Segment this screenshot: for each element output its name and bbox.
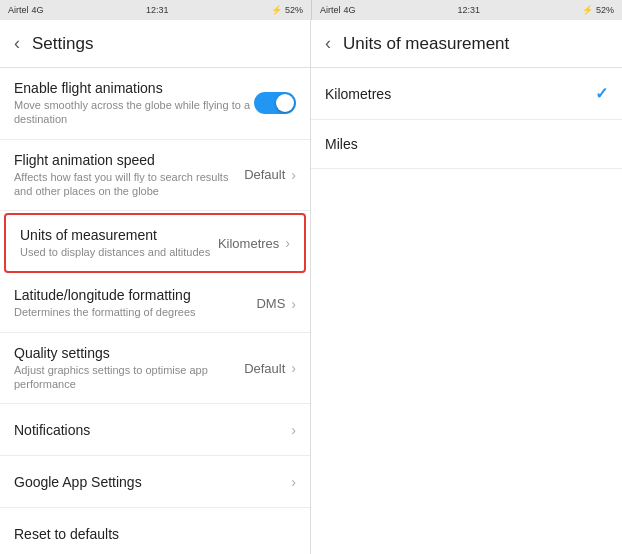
settings-title: Settings xyxy=(32,34,93,54)
units-back-button[interactable]: ‹ xyxy=(325,33,331,54)
settings-item-flight-animations[interactable]: Enable flight animationsMove smoothly ac… xyxy=(0,68,310,140)
settings-item-quality-settings[interactable]: Quality settingsAdjust graphics settings… xyxy=(0,333,310,405)
settings-item-subtitle-lat-long: Determines the formatting of degrees xyxy=(14,305,256,319)
settings-list: Enable flight animationsMove smoothly ac… xyxy=(0,68,310,554)
settings-item-google-app-settings[interactable]: Google App Settings› xyxy=(0,456,310,508)
settings-item-right-google-app-settings: › xyxy=(291,474,296,490)
settings-item-right-quality-settings: Default› xyxy=(244,360,296,376)
settings-item-left-quality-settings: Quality settingsAdjust graphics settings… xyxy=(14,345,244,392)
right-battery: ⚡ 52% xyxy=(582,5,614,15)
left-carrier-info: Airtel 4G xyxy=(8,5,44,15)
settings-item-subtitle-flight-animations: Move smoothly across the globe while fly… xyxy=(14,98,254,127)
units-panel: ‹ Units of measurement Kilometres✓Miles xyxy=(311,20,622,554)
settings-item-title-google-app-settings: Google App Settings xyxy=(14,474,291,490)
right-battery-icon: ⚡ xyxy=(582,5,593,15)
settings-item-right-notifications: › xyxy=(291,422,296,438)
settings-item-subtitle-units-measurement: Used to display distances and altitudes xyxy=(20,245,218,259)
settings-item-left-flight-animations: Enable flight animationsMove smoothly ac… xyxy=(14,80,254,127)
toggle-flight-animations[interactable] xyxy=(254,92,296,114)
measurement-list: Kilometres✓Miles xyxy=(311,68,622,554)
measurement-label-miles: Miles xyxy=(325,136,358,152)
settings-item-notifications[interactable]: Notifications› xyxy=(0,404,310,456)
settings-item-right-flight-animations xyxy=(254,92,296,114)
chevron-icon-quality-settings: › xyxy=(291,360,296,376)
measurement-item-miles[interactable]: Miles xyxy=(311,120,622,169)
settings-back-button[interactable]: ‹ xyxy=(14,33,20,54)
measurement-item-kilometres[interactable]: Kilometres✓ xyxy=(311,68,622,120)
check-icon-kilometres: ✓ xyxy=(595,84,608,103)
settings-item-title-flight-animations: Enable flight animations xyxy=(14,80,254,96)
settings-item-title-reset-defaults: Reset to defaults xyxy=(14,526,296,542)
units-title: Units of measurement xyxy=(343,34,509,54)
measurement-label-kilometres: Kilometres xyxy=(325,86,391,102)
settings-item-title-lat-long: Latitude/longitude formatting xyxy=(14,287,256,303)
settings-item-right-animation-speed: Default› xyxy=(244,167,296,183)
right-carrier: Airtel xyxy=(320,5,341,15)
status-bars: Airtel 4G 12:31 ⚡ 52% Airtel 4G 12:31 ⚡ … xyxy=(0,0,622,20)
settings-header: ‹ Settings xyxy=(0,20,310,68)
settings-item-right-lat-long: DMS› xyxy=(256,296,296,312)
chevron-icon-notifications: › xyxy=(291,422,296,438)
settings-item-left-google-app-settings: Google App Settings xyxy=(14,474,291,490)
settings-item-value-lat-long: DMS xyxy=(256,296,285,311)
settings-item-title-animation-speed: Flight animation speed xyxy=(14,152,244,168)
settings-item-right-units-measurement: Kilometres› xyxy=(218,235,290,251)
main-panels: ‹ Settings Enable flight animationsMove … xyxy=(0,20,622,554)
settings-item-lat-long[interactable]: Latitude/longitude formattingDetermines … xyxy=(0,275,310,332)
chevron-icon-lat-long: › xyxy=(291,296,296,312)
right-battery-pct: 52% xyxy=(596,5,614,15)
left-battery-icon: ⚡ xyxy=(271,5,282,15)
settings-item-subtitle-animation-speed: Affects how fast you will fly to search … xyxy=(14,170,244,199)
settings-item-left-lat-long: Latitude/longitude formattingDetermines … xyxy=(14,287,256,319)
settings-item-value-units-measurement: Kilometres xyxy=(218,236,279,251)
left-battery-pct: 52% xyxy=(285,5,303,15)
settings-panel: ‹ Settings Enable flight animationsMove … xyxy=(0,20,311,554)
settings-item-title-quality-settings: Quality settings xyxy=(14,345,244,361)
settings-item-animation-speed[interactable]: Flight animation speedAffects how fast y… xyxy=(0,140,310,212)
chevron-icon-units-measurement: › xyxy=(285,235,290,251)
chevron-icon-google-app-settings: › xyxy=(291,474,296,490)
left-status-bar: Airtel 4G 12:31 ⚡ 52% xyxy=(0,0,311,20)
settings-item-value-quality-settings: Default xyxy=(244,361,285,376)
settings-item-left-notifications: Notifications xyxy=(14,422,291,438)
left-battery: ⚡ 52% xyxy=(271,5,303,15)
chevron-icon-animation-speed: › xyxy=(291,167,296,183)
settings-item-units-measurement[interactable]: Units of measurementUsed to display dist… xyxy=(4,213,306,273)
right-status-bar: Airtel 4G 12:31 ⚡ 52% xyxy=(311,0,622,20)
settings-item-left-units-measurement: Units of measurementUsed to display dist… xyxy=(20,227,218,259)
left-time: 12:31 xyxy=(146,5,169,15)
settings-item-left-reset-defaults: Reset to defaults xyxy=(14,526,296,542)
settings-item-subtitle-quality-settings: Adjust graphics settings to optimise app… xyxy=(14,363,244,392)
right-carrier-info: Airtel 4G xyxy=(320,5,356,15)
settings-item-value-animation-speed: Default xyxy=(244,167,285,182)
right-signal: 4G xyxy=(344,5,356,15)
settings-item-title-notifications: Notifications xyxy=(14,422,291,438)
settings-item-reset-defaults[interactable]: Reset to defaults xyxy=(0,508,310,554)
settings-item-left-animation-speed: Flight animation speedAffects how fast y… xyxy=(14,152,244,199)
units-header: ‹ Units of measurement xyxy=(311,20,622,68)
left-signal: 4G xyxy=(32,5,44,15)
settings-item-title-units-measurement: Units of measurement xyxy=(20,227,218,243)
right-time: 12:31 xyxy=(457,5,480,15)
left-carrier: Airtel xyxy=(8,5,29,15)
